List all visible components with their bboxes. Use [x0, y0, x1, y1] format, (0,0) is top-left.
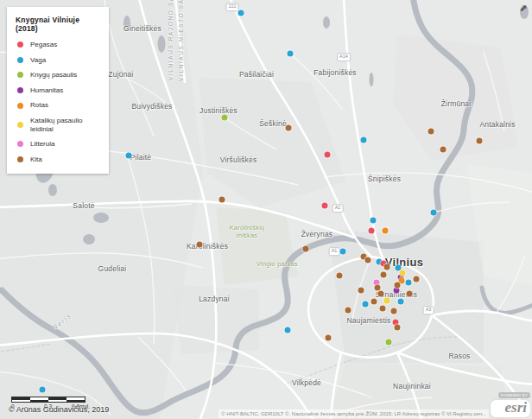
marker-vaga[interactable] — [285, 327, 291, 333]
marker-kita[interactable] — [219, 197, 225, 203]
marker-vaga[interactable] — [361, 137, 367, 143]
marker-kita[interactable] — [477, 138, 483, 144]
road-shield-222: 222 — [225, 3, 238, 11]
legend-label-pegasas: Pegasas — [30, 41, 57, 49]
legend-item-litterula: Litterula — [16, 140, 104, 149]
legend-item-kataliku: Katalikų pasaulio leidiniai — [16, 117, 104, 133]
legend-items: PegasasVagaKnygų pasaulisHumanitasRotasK… — [16, 41, 104, 163]
marker-humanitas[interactable] — [394, 288, 400, 294]
marker-kita[interactable] — [395, 283, 401, 289]
marker-kita[interactable] — [428, 129, 434, 135]
marker-kita[interactable] — [197, 242, 203, 248]
map-attribution: © HNIT-BALTIC; GDR10LT ©, Nacionalinė že… — [218, 409, 489, 418]
legend-dot-rotas — [17, 103, 23, 109]
legend-label-humanitas: Humanitas — [30, 86, 63, 95]
marker-kita[interactable] — [326, 335, 332, 341]
marker-kita[interactable] — [407, 291, 413, 297]
marker-pegasas[interactable] — [325, 152, 331, 158]
map-canvas[interactable]: GineitiškėsZujūnaiPašilaičiaiFabijoniškė… — [0, 0, 532, 419]
marker-kita[interactable] — [380, 306, 386, 312]
marker-kataliku[interactable] — [400, 270, 406, 276]
marker-kita[interactable] — [337, 273, 343, 279]
marker-vaga[interactable] — [288, 51, 294, 57]
legend-item-humanitas: Humanitas — [16, 86, 104, 95]
marker-vaga[interactable] — [238, 10, 244, 16]
road-shield-a3: A3 — [423, 306, 434, 314]
marker-kita[interactable] — [358, 288, 364, 294]
marker-rotas[interactable] — [383, 228, 389, 234]
marker-vaga[interactable] — [40, 387, 46, 393]
esri-logo[interactable]: POWERED BY esri — [491, 384, 530, 417]
road-shield-a14: A14 — [337, 53, 351, 61]
marker-vaga[interactable] — [370, 218, 377, 224]
legend-item-kita: Kita — [16, 156, 104, 164]
legend-label-knygu: Knygų pasaulis — [30, 71, 77, 79]
legend-item-knygu: Knygų pasaulis — [16, 71, 104, 79]
marker-kita[interactable] — [414, 276, 420, 283]
legend-label-kataliku: Katalikų pasaulio leidiniai — [30, 117, 104, 133]
legend-panel: Knygynai Vilniuje (2018) PegasasVagaKnyg… — [7, 7, 109, 174]
esri-brand-text: esri — [505, 399, 528, 416]
marker-kita[interactable] — [365, 257, 371, 263]
marker-vaga[interactable] — [431, 210, 437, 216]
marker-kita[interactable] — [286, 125, 292, 131]
marker-kita[interactable] — [378, 291, 384, 297]
legend-label-rotas: Rotas — [30, 101, 48, 110]
marker-kataliku[interactable] — [384, 298, 390, 304]
marker-vaga[interactable] — [340, 249, 346, 255]
author-credit: © Arūnas Gudinavičius, 2019 — [9, 405, 109, 414]
marker-pegasas[interactable] — [322, 203, 328, 209]
marker-knygu[interactable] — [386, 340, 392, 346]
marker-kita[interactable] — [440, 147, 446, 153]
legend-dot-litterula — [17, 141, 23, 147]
marker-knygu[interactable] — [222, 115, 228, 121]
legend-item-vaga: Vaga — [16, 56, 104, 65]
road-shield-a1: A1 — [329, 247, 340, 256]
marker-kita[interactable] — [375, 285, 381, 291]
legend-item-rotas: Rotas — [16, 101, 104, 110]
legend-label-kita: Kita — [30, 156, 42, 164]
road-shield-a2: A2 — [332, 204, 344, 213]
marker-kita[interactable] — [391, 308, 397, 314]
legend-label-vaga: Vaga — [30, 56, 46, 65]
marker-vaga[interactable] — [126, 153, 132, 159]
marker-kita[interactable] — [303, 246, 309, 252]
legend-dot-kita — [17, 156, 23, 162]
marker-pegasas[interactable] — [369, 228, 375, 234]
legend-dot-vaga — [17, 57, 23, 63]
marker-kita[interactable] — [371, 299, 377, 305]
marker-vaga[interactable] — [406, 280, 412, 286]
legend-dot-humanitas — [17, 87, 23, 93]
marker-kita[interactable] — [381, 272, 387, 278]
marker-vaga[interactable] — [398, 299, 404, 305]
marker-kita[interactable] — [395, 325, 401, 331]
legend-dot-kataliku — [17, 122, 23, 128]
legend-dot-knygu — [17, 72, 23, 78]
legend-title: Knygynai Vilniuje (2018) — [16, 16, 104, 33]
expand-icon[interactable]: ⬈ — [517, 2, 529, 14]
legend-dot-pegasas — [17, 41, 23, 48]
marker-kita[interactable] — [345, 308, 352, 314]
marker-vaga[interactable] — [363, 302, 369, 308]
marker-kita[interactable] — [384, 264, 390, 270]
legend-label-litterula: Litterula — [30, 140, 54, 149]
legend-item-pegasas: Pegasas — [16, 41, 104, 49]
powered-by-label: POWERED BY — [498, 392, 530, 398]
